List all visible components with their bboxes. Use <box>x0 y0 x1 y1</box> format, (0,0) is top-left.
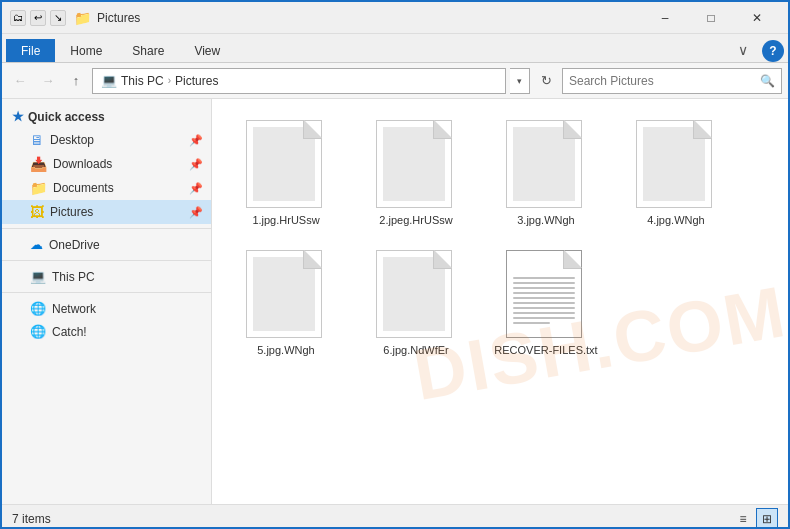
file-page-3 <box>636 120 712 208</box>
sidebar-catch-label: Catch! <box>52 325 87 339</box>
refresh-button[interactable]: ↻ <box>534 69 558 93</box>
quick-access-header[interactable]: ★ Quick access <box>2 105 211 128</box>
sidebar-item-documents[interactable]: 📁 Documents 📌 <box>2 176 211 200</box>
address-bar: ← → ↑ 💻 This PC › Pictures ▾ ↻ 🔍 <box>2 63 788 99</box>
file-item-0[interactable]: 1.jpg.HrUSsw <box>226 113 346 233</box>
file-page-6 <box>506 250 582 338</box>
address-dropdown-button[interactable]: ▾ <box>510 68 530 94</box>
file-item-1[interactable]: 2.jpeg.HrUSsw <box>356 113 476 233</box>
desktop-pin-icon: 📌 <box>189 134 203 147</box>
maximize-button[interactable]: □ <box>688 2 734 34</box>
file-item-6[interactable]: RECOVER-FILES.txt <box>486 243 606 363</box>
file-label-3: 4.jpg.WNgh <box>647 214 704 226</box>
file-label-4: 5.jpg.WNgh <box>257 344 314 356</box>
file-page-2 <box>506 120 582 208</box>
sidebar-item-desktop[interactable]: 🖥 Desktop 📌 <box>2 128 211 152</box>
file-item-3[interactable]: 4.jpg.WNgh <box>616 113 736 233</box>
title-icon-2[interactable]: ↩ <box>30 10 46 26</box>
ribbon: File Home Share View ∨ ? <box>2 34 788 63</box>
documents-folder-icon: 📁 <box>30 180 47 196</box>
title-bar: 🗂 ↩ ↘ 📁 Pictures – □ ✕ <box>2 2 788 34</box>
file-grid: 1.jpg.HrUSsw 2.jpeg.HrUSsw <box>222 109 778 367</box>
file-lines-6 <box>507 273 581 328</box>
quick-access-label: Quick access <box>28 110 105 124</box>
sidebar: ★ Quick access 🖥 Desktop 📌 📥 Downloads 📌… <box>2 99 212 504</box>
path-segment-pictures[interactable]: Pictures <box>175 74 218 88</box>
grid-view-button[interactable]: ⊞ <box>756 508 778 530</box>
title-icon-3[interactable]: ↘ <box>50 10 66 26</box>
sidebar-divider-1 <box>2 228 211 229</box>
downloads-pin-icon: 📌 <box>189 158 203 171</box>
back-button[interactable]: ← <box>8 69 32 93</box>
tab-view[interactable]: View <box>179 39 235 62</box>
this-pc-icon: 💻 <box>101 73 117 88</box>
title-text: Pictures <box>97 11 140 25</box>
file-fold-2 <box>563 121 581 139</box>
file-thumbnail-0 <box>246 120 326 210</box>
file-thumbnail-2 <box>506 120 586 210</box>
window-title: 📁 Pictures <box>74 10 642 26</box>
tab-file[interactable]: File <box>6 39 55 62</box>
sidebar-downloads-label: Downloads <box>53 157 112 171</box>
file-item-5[interactable]: 6.jpg.NdWfEr <box>356 243 476 363</box>
main-layout: ★ Quick access 🖥 Desktop 📌 📥 Downloads 📌… <box>2 99 788 504</box>
file-fold-4 <box>303 251 321 269</box>
list-view-button[interactable]: ≡ <box>732 508 754 530</box>
pictures-folder-icon: 🖼 <box>30 204 44 220</box>
sidebar-pictures-label: Pictures <box>50 205 93 219</box>
file-area: 1.jpg.HrUSsw 2.jpeg.HrUSsw <box>212 99 788 377</box>
file-thumbnail-3 <box>636 120 716 210</box>
address-path[interactable]: 💻 This PC › Pictures <box>92 68 506 94</box>
help-button[interactable]: ? <box>762 40 784 62</box>
file-item-4[interactable]: 5.jpg.WNgh <box>226 243 346 363</box>
network-icon: 🌐 <box>30 301 46 316</box>
sidebar-item-network[interactable]: 🌐 Network <box>2 297 211 320</box>
catch-icon: 🌐 <box>30 324 46 339</box>
file-label-0: 1.jpg.HrUSsw <box>252 214 319 226</box>
file-label-5: 6.jpg.NdWfEr <box>383 344 448 356</box>
sidebar-item-downloads[interactable]: 📥 Downloads 📌 <box>2 152 211 176</box>
title-folder-icon: 📁 <box>74 10 91 26</box>
path-segment-thispc[interactable]: This PC <box>121 74 164 88</box>
search-box[interactable]: 🔍 <box>562 68 782 94</box>
file-page-4 <box>246 250 322 338</box>
tab-share[interactable]: Share <box>117 39 179 62</box>
close-button[interactable]: ✕ <box>734 2 780 34</box>
status-item-count: 7 items <box>12 512 51 526</box>
sidebar-divider-2 <box>2 260 211 261</box>
file-fold-3 <box>693 121 711 139</box>
minimize-button[interactable]: – <box>642 2 688 34</box>
path-separator-1: › <box>168 75 171 86</box>
quick-access-section: ★ Quick access 🖥 Desktop 📌 📥 Downloads 📌… <box>2 105 211 224</box>
documents-pin-icon: 📌 <box>189 182 203 195</box>
forward-button[interactable]: → <box>36 69 60 93</box>
sidebar-item-onedrive[interactable]: ☁ OneDrive <box>2 233 211 256</box>
search-icon[interactable]: 🔍 <box>760 74 775 88</box>
window-controls: – □ ✕ <box>642 2 780 34</box>
sidebar-item-thispc[interactable]: 💻 This PC <box>2 265 211 288</box>
file-page-0 <box>246 120 322 208</box>
sidebar-item-catch[interactable]: 🌐 Catch! <box>2 320 211 343</box>
desktop-folder-icon: 🖥 <box>30 132 44 148</box>
sidebar-item-pictures[interactable]: 🖼 Pictures 📌 <box>2 200 211 224</box>
file-thumbnail-6 <box>506 250 586 340</box>
sidebar-divider-3 <box>2 292 211 293</box>
file-fold-5 <box>433 251 451 269</box>
pictures-pin-icon: 📌 <box>189 206 203 219</box>
title-bar-quick-icons: 🗂 ↩ ↘ <box>10 10 66 26</box>
search-input[interactable] <box>569 74 756 88</box>
sidebar-documents-label: Documents <box>53 181 114 195</box>
ribbon-collapse-chevron[interactable]: ∨ <box>728 38 758 62</box>
star-icon: ★ <box>12 109 24 124</box>
up-button[interactable]: ↑ <box>64 69 88 93</box>
title-icon-1[interactable]: 🗂 <box>10 10 26 26</box>
file-item-2[interactable]: 3.jpg.WNgh <box>486 113 606 233</box>
sidebar-onedrive-label: OneDrive <box>49 238 100 252</box>
file-label-2: 3.jpg.WNgh <box>517 214 574 226</box>
file-thumbnail-4 <box>246 250 326 340</box>
onedrive-icon: ☁ <box>30 237 43 252</box>
file-fold-1 <box>433 121 451 139</box>
sidebar-network-label: Network <box>52 302 96 316</box>
tab-home[interactable]: Home <box>55 39 117 62</box>
file-page-1 <box>376 120 452 208</box>
